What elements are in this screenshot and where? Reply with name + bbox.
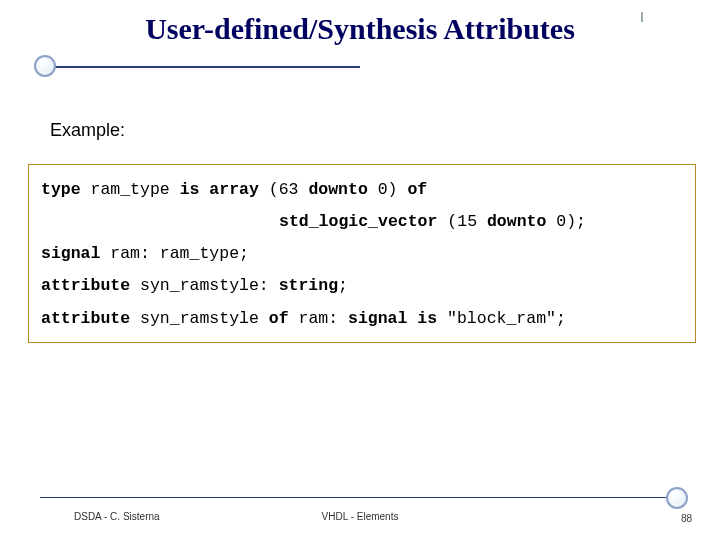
footer-divider	[40, 497, 680, 498]
slide: User-defined/Synthesis Attributes Exampl…	[0, 0, 720, 540]
title-tick-decoration	[641, 12, 643, 22]
code-line-5: attribute syn_ramstyle of ram: signal is…	[41, 310, 687, 328]
page-number: 88	[681, 513, 692, 524]
kw-downto: downto	[487, 212, 556, 231]
tok: ;	[338, 276, 348, 295]
kw-is-array: is array	[180, 180, 269, 199]
code-line-3: signal ram: ram_type;	[41, 245, 687, 263]
code-box: type ram_type is array (63 downto 0) of …	[28, 164, 696, 343]
tok: 0)	[378, 180, 408, 199]
code-line-2: std_logic_vector (15 downto 0);	[41, 213, 687, 231]
kw-attribute: attribute	[41, 309, 140, 328]
kw-type: type	[41, 180, 91, 199]
slide-title: User-defined/Synthesis Attributes	[40, 12, 680, 46]
kw-signal: signal	[41, 244, 110, 263]
title-underline	[40, 66, 360, 68]
kw-downto: downto	[308, 180, 377, 199]
kw-signal-is: signal is	[348, 309, 447, 328]
title-sphere-decoration	[34, 55, 56, 77]
kw-attribute: attribute	[41, 276, 140, 295]
kw-of: of	[269, 309, 299, 328]
tok: syn_ramstyle	[140, 309, 269, 328]
tok: (15	[447, 212, 487, 231]
example-label: Example:	[50, 120, 125, 141]
tok: (63	[269, 180, 309, 199]
tok: syn_ramstyle:	[140, 276, 279, 295]
tok: ram: ram_type;	[110, 244, 249, 263]
tok: ram:	[298, 309, 348, 328]
kw-of: of	[407, 180, 427, 199]
title-block: User-defined/Synthesis Attributes	[40, 12, 680, 46]
kw-slv: std_logic_vector	[279, 212, 447, 231]
tok: "block_ram";	[447, 309, 566, 328]
footer-sphere-decoration	[666, 487, 688, 509]
kw-string: string	[279, 276, 338, 295]
footer-topic: VHDL - Elements	[0, 511, 720, 522]
tok: ram_type	[91, 180, 180, 199]
tok: 0);	[556, 212, 586, 231]
code-line-1: type ram_type is array (63 downto 0) of	[41, 181, 687, 199]
code-line-4: attribute syn_ramstyle: string;	[41, 277, 687, 295]
